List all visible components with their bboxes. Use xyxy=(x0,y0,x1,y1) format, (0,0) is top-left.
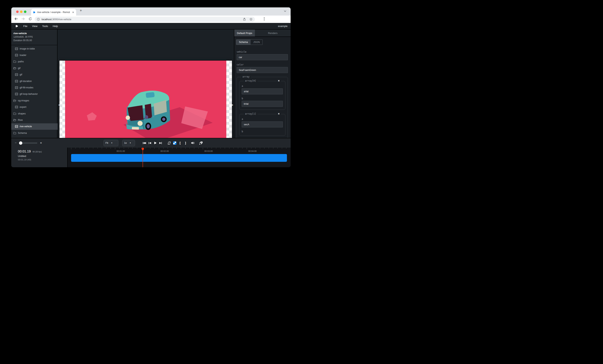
a-label: a xyxy=(242,85,283,87)
ruler-tick xyxy=(194,148,194,148)
zoom-slider[interactable] xyxy=(19,142,37,144)
rocket-icon[interactable] xyxy=(199,141,203,145)
loop-icon[interactable] xyxy=(167,141,171,145)
ruler-tick xyxy=(176,148,177,148)
folder-icon xyxy=(13,132,16,134)
collapse-right-panel-icon[interactable]: ▶ xyxy=(232,104,233,106)
back-icon[interactable] xyxy=(14,17,18,21)
tab-default-props[interactable]: Default Props xyxy=(234,30,255,36)
playhead-marker[interactable] xyxy=(141,148,144,151)
tab-renders[interactable]: Renders xyxy=(255,30,291,36)
share-icon[interactable] xyxy=(243,18,246,21)
color-input[interactable]: SeaFoamGreen xyxy=(237,67,288,73)
menu-item-view[interactable]: View xyxy=(30,25,40,28)
b-input[interactable]: bVal xyxy=(242,101,283,107)
menu-item-file[interactable]: File xyxy=(21,25,30,28)
zoom-slider-knob[interactable] xyxy=(19,141,22,145)
ruler-tick xyxy=(286,148,286,148)
sidebar-item-gif-fill-modes[interactable]: gif-fill-modes xyxy=(11,84,58,91)
ruler-tick xyxy=(119,148,120,148)
sidebar-item-loader[interactable]: loader xyxy=(11,52,58,58)
mode-tab-schema[interactable]: Schema xyxy=(236,40,251,45)
menu-item-tools[interactable]: Tools xyxy=(40,25,50,28)
sidebar-item-paths[interactable]: paths xyxy=(11,58,58,65)
chevron-down-icon: ▼ xyxy=(111,142,113,144)
sidebar-item-gif[interactable]: gif xyxy=(11,71,58,78)
browser-menu-icon[interactable] xyxy=(264,17,265,21)
ruler-tick xyxy=(102,148,102,148)
sidebar-item-expert[interactable]: expert xyxy=(11,104,58,110)
props-panel: Default PropsRenders SchemaJSON vehiclec… xyxy=(234,30,291,138)
ruler-tick xyxy=(282,148,282,148)
timeline-track-area[interactable]: 00:01.0000:02.0000:03.0000:04.00 xyxy=(68,148,291,167)
ruler-tick xyxy=(269,148,269,148)
transparency-checkerboard-right xyxy=(226,61,232,150)
mode-tab-json[interactable]: JSON xyxy=(251,40,262,45)
timeline-sequence-bar[interactable] xyxy=(71,154,287,162)
ruler-tick xyxy=(97,148,98,148)
previous-frame-icon[interactable] xyxy=(148,142,151,145)
remove-array-item-icon[interactable]: ✕ xyxy=(277,113,281,115)
close-window-button[interactable] xyxy=(16,11,19,13)
sidebar-item-label: loader xyxy=(20,54,26,57)
sidebar-item-image-in-lottie[interactable]: image-in-lottie xyxy=(11,46,58,52)
sidebar-item-label: gif-duration xyxy=(20,80,32,82)
ruler-tick xyxy=(247,148,247,149)
remotion-logo-icon[interactable] xyxy=(15,25,18,28)
app-menu-bar: FileViewToolsHelp example xyxy=(11,23,291,30)
ruler-label: 00:04.00 xyxy=(248,150,257,152)
ruler-tick xyxy=(233,148,234,148)
minimize-window-button[interactable] xyxy=(20,11,23,13)
next-frame-icon[interactable] xyxy=(159,142,162,145)
sidebar-item-shapes[interactable]: shapes xyxy=(11,110,58,117)
tab-close-icon[interactable]: ✕ xyxy=(72,11,74,14)
ruler-tick xyxy=(115,148,115,149)
site-info-icon[interactable] xyxy=(37,18,40,21)
track-duration: 00:01.19 (49) xyxy=(18,159,67,161)
tab-search-chevron-icon[interactable] xyxy=(284,10,286,13)
a-input[interactable]: aVal xyxy=(242,88,283,94)
sidebar-item-label: og-images xyxy=(18,99,29,102)
sidebar-item-schema[interactable]: Schema xyxy=(11,130,58,136)
in-point-icon[interactable]: [ xyxy=(178,141,182,145)
sidebar-item-gif-loop-behavior[interactable]: gif-loop-behavior xyxy=(11,91,58,97)
new-tab-button[interactable]: + xyxy=(80,8,82,13)
volume-icon[interactable] xyxy=(191,141,195,145)
menu-item-help[interactable]: Help xyxy=(50,25,60,28)
transparency-checkerboard-icon[interactable] xyxy=(173,141,176,145)
film-icon xyxy=(15,47,18,50)
playback-speed-dropdown[interactable]: 1x▼ xyxy=(122,140,135,146)
composition-artwork xyxy=(65,61,226,150)
collapse-left-panel-icon[interactable]: ◀ xyxy=(58,104,60,106)
ruler-tick xyxy=(172,148,172,148)
play-icon[interactable] xyxy=(153,141,157,145)
remove-array-item-icon[interactable]: ✕ xyxy=(277,80,281,82)
forward-icon[interactable] xyxy=(21,17,25,21)
fit-dropdown[interactable]: Fit▼ xyxy=(104,140,118,146)
browser-tab[interactable]: rive-vehicle / example - Remot ✕ xyxy=(31,9,76,16)
a-input[interactable]: secA xyxy=(242,121,283,127)
ruler-tick xyxy=(89,148,89,148)
sidebar-item-rive[interactable]: Rive xyxy=(11,117,58,123)
skip-to-start-icon[interactable] xyxy=(143,142,146,145)
sidebar-item-gif[interactable]: gif xyxy=(11,65,58,71)
address-bar[interactable]: localhost:3000/rive-vehicle xyxy=(35,17,255,22)
maximize-window-button[interactable] xyxy=(24,11,26,13)
ruler-tick xyxy=(159,148,159,149)
film-icon xyxy=(15,54,18,57)
vehicle-input[interactable]: car xyxy=(237,54,288,60)
timeline-info-panel: 00:01.1949 (30 fps) Untitled 00:01.19 (4… xyxy=(11,148,68,167)
ruler-tick xyxy=(128,148,128,148)
zoom-in-button[interactable]: + xyxy=(40,141,42,145)
ruler-label: 00:03.00 xyxy=(204,150,213,152)
out-point-icon[interactable]: ] xyxy=(184,141,187,145)
sidebar-item-gif-duration[interactable]: gif-duration xyxy=(11,78,58,84)
ruler-tick xyxy=(154,148,155,148)
bookmark-star-icon[interactable] xyxy=(249,18,253,21)
ruler-tick xyxy=(216,148,216,148)
reload-icon[interactable] xyxy=(28,17,32,21)
film-icon xyxy=(15,125,18,128)
sidebar-item-rive-vehicle[interactable]: rive-vehicle xyxy=(11,123,58,130)
sidebar-item-og-images[interactable]: og-images xyxy=(11,97,58,104)
zoom-out-button[interactable]: − xyxy=(15,141,17,145)
